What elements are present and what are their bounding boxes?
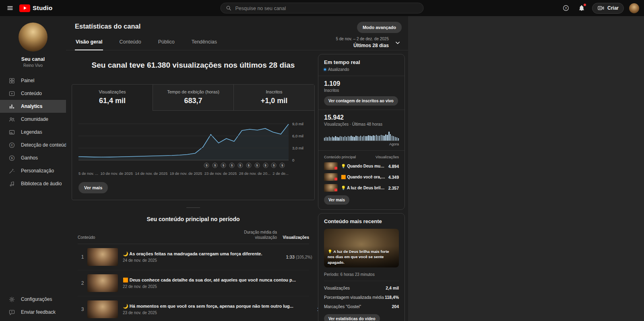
timeline-event-icon[interactable]: $ bbox=[254, 163, 260, 168]
chevron-down-icon bbox=[394, 39, 402, 47]
account-avatar[interactable] bbox=[629, 3, 639, 13]
column-header-content[interactable]: Conteúdo bbox=[78, 235, 232, 240]
table-row[interactable]: 3 🌙 Há momentos em que você ora sem forç… bbox=[78, 296, 309, 321]
metric-value: 2,4 mil bbox=[386, 286, 399, 290]
sidebar-item-analytics[interactable]: Analytics bbox=[0, 100, 66, 113]
realtime-subscribers-label: Inscritos bbox=[324, 88, 399, 93]
row-rank: 1 bbox=[78, 254, 87, 260]
timeline-event-icon[interactable]: $ bbox=[246, 163, 251, 168]
timeline-event-icon[interactable]: $ bbox=[263, 163, 268, 168]
sidebar-item-label: Ganhos bbox=[21, 155, 38, 161]
channel-subtitle: Reino Vivo bbox=[23, 63, 43, 68]
recent-video-thumbnail[interactable]: 💡 A luz de Deus brilha mais forte nos di… bbox=[324, 229, 399, 267]
y-axis-tick-label: 6,0 mil bbox=[292, 134, 303, 138]
menu-button[interactable] bbox=[5, 3, 15, 13]
sidebar-item-deteccao-de-conteudo[interactable]: C Detecção de conteúdo bbox=[0, 139, 66, 151]
y-axis: 9,0 mil6,0 mil3,0 mil0 bbox=[289, 121, 313, 160]
sidebar-item-painel[interactable]: Painel bbox=[0, 74, 66, 87]
youtube-studio-logo[interactable]: Studio bbox=[19, 4, 52, 12]
advanced-mode-button[interactable]: Modo avançado bbox=[357, 22, 402, 33]
realtime-bar bbox=[378, 136, 378, 141]
realtime-title: Em tempo real bbox=[324, 59, 399, 65]
sidebar-item-ganhos[interactable]: $ Ganhos bbox=[0, 151, 66, 164]
svg-text:C: C bbox=[11, 144, 13, 147]
sidebar-item-enviar-feedback[interactable]: Enviar feedback bbox=[0, 306, 66, 319]
video-thumbnail bbox=[324, 173, 338, 181]
sidebar-item-configuracoes[interactable]: Configurações bbox=[0, 293, 66, 306]
see-more-button[interactable]: Ver mais bbox=[78, 182, 108, 193]
svg-text:$: $ bbox=[11, 157, 13, 160]
search-bar[interactable] bbox=[221, 3, 424, 14]
metric-tab-visualizacoes[interactable]: Visualizações 61,4 mil bbox=[72, 85, 153, 111]
youtube-logo-icon bbox=[19, 4, 30, 12]
y-axis-tick-label: 9,0 mil bbox=[292, 122, 303, 126]
video-date: 23 de nov. de 2025 bbox=[123, 311, 298, 315]
column-header-duration[interactable]: Duração média da visualização bbox=[232, 230, 277, 240]
realtime-bar bbox=[340, 136, 341, 141]
tab-publico[interactable]: Público bbox=[157, 34, 175, 50]
recent-metric-row: Marcações "Gostei" 204 bbox=[324, 304, 399, 309]
timeline-event-icon[interactable]: $ bbox=[221, 163, 226, 168]
realtime-bar bbox=[393, 136, 394, 141]
help-button[interactable]: ? bbox=[561, 3, 571, 13]
date-range-picker[interactable]: 5 de nov. – 2 de dez. de 2025 Últimos 28… bbox=[336, 37, 402, 48]
timeline-event-icon[interactable]: $ bbox=[229, 163, 235, 168]
timeline-event-icon[interactable]: $ bbox=[213, 163, 218, 168]
timeline-event-icon[interactable]: $ bbox=[280, 163, 285, 168]
search-input[interactable] bbox=[235, 5, 421, 11]
video-thumbnail bbox=[87, 248, 118, 266]
realtime-status: Atualizando bbox=[324, 67, 399, 72]
sidebar-item-label: Personalização bbox=[21, 168, 54, 174]
realtime-bar bbox=[341, 137, 342, 141]
channel-avatar[interactable] bbox=[19, 23, 47, 52]
realtime-bar bbox=[357, 136, 358, 141]
realtime-bar bbox=[349, 137, 350, 141]
metric-tab-tempo-de-exibicao[interactable]: Tempo de exibição (horas) 683,7 bbox=[153, 85, 233, 111]
chart-gridline bbox=[78, 160, 289, 160]
video-statistics-button[interactable]: Ver estatísticas do vídeo bbox=[324, 314, 380, 321]
notifications-button[interactable] bbox=[576, 3, 587, 13]
column-header-views[interactable]: Visualizações bbox=[277, 235, 309, 240]
metric-tab-inscritos[interactable]: Inscritos +1,0 mil bbox=[233, 85, 314, 111]
tab-tendencias[interactable]: Tendências bbox=[191, 34, 218, 50]
realtime-see-more-button[interactable]: Ver mais bbox=[324, 195, 349, 205]
realtime-bar bbox=[354, 137, 355, 141]
realtime-bar bbox=[398, 138, 399, 141]
video-title: 🌙 Há momentos em que você ora sem força,… bbox=[123, 304, 298, 309]
sidebar-item-conteudo[interactable]: Conteúdo bbox=[0, 87, 66, 100]
sidebar-item-comunidade[interactable]: Comunidade bbox=[0, 113, 66, 126]
realtime-bar-chart[interactable] bbox=[324, 131, 399, 141]
realtime-bar bbox=[388, 132, 389, 141]
sidebar-item-label: Comunidade bbox=[21, 116, 48, 122]
chart-plot-area[interactable]: $$$$$$$$$$ bbox=[78, 121, 289, 160]
sidebar-item-biblioteca-de-audio[interactable]: Biblioteca de áudio bbox=[0, 177, 66, 190]
metric-value: 204 bbox=[392, 304, 399, 309]
metric-tabs: Visualizações 61,4 mil Tempo de exibição… bbox=[72, 85, 314, 111]
timeline-event-icon[interactable]: $ bbox=[204, 163, 209, 168]
video-title: 💡 Quando Deus muda s... bbox=[341, 164, 385, 168]
realtime-bar bbox=[381, 135, 382, 141]
table-row[interactable]: 2 🟧 Deus conhece cada detalhe da sua dor… bbox=[78, 270, 309, 296]
timeline-event-icon[interactable]: $ bbox=[271, 163, 277, 168]
overview-headline: Seu canal teve 61.380 visualizações nos … bbox=[72, 61, 315, 70]
live-subscriber-count-button[interactable]: Ver contagem de inscritos ao vivo bbox=[324, 96, 398, 106]
logo-text: Studio bbox=[33, 4, 52, 12]
svg-text:?: ? bbox=[565, 6, 567, 10]
tab-conteudo[interactable]: Conteúdo bbox=[118, 34, 142, 50]
sidebar-item-legendas[interactable]: Legendas bbox=[0, 126, 66, 139]
timeline-event-icon[interactable]: $ bbox=[237, 163, 243, 168]
list-item[interactable]: 🟧 Quando você ora, alg... 4.349 bbox=[324, 173, 399, 181]
list-item[interactable]: 💡 Quando Deus muda s... 4.894 bbox=[324, 162, 399, 170]
list-item[interactable]: 💡 A luz de Deus brilha ... 2.357 bbox=[324, 184, 399, 192]
x-axis-tick-label: 2 de de... bbox=[272, 171, 289, 176]
sidebar-item-personalizacao[interactable]: Personalização bbox=[0, 164, 66, 177]
realtime-bar bbox=[369, 136, 370, 141]
video-thumbnail bbox=[87, 274, 118, 292]
realtime-bar bbox=[355, 136, 356, 141]
sidebar: Seu canal Reino Vivo Painel Conteúdo Ana… bbox=[0, 16, 66, 321]
recent-metric-row: Porcentagem visualizada média 118,4% bbox=[324, 295, 399, 300]
create-button[interactable]: Criar bbox=[592, 3, 624, 14]
tab-visao-geral[interactable]: Visão geral bbox=[75, 34, 103, 50]
customization-icon bbox=[8, 168, 15, 174]
table-row[interactable]: 1 🌙 As orações feitas na madrugada carre… bbox=[78, 244, 309, 270]
